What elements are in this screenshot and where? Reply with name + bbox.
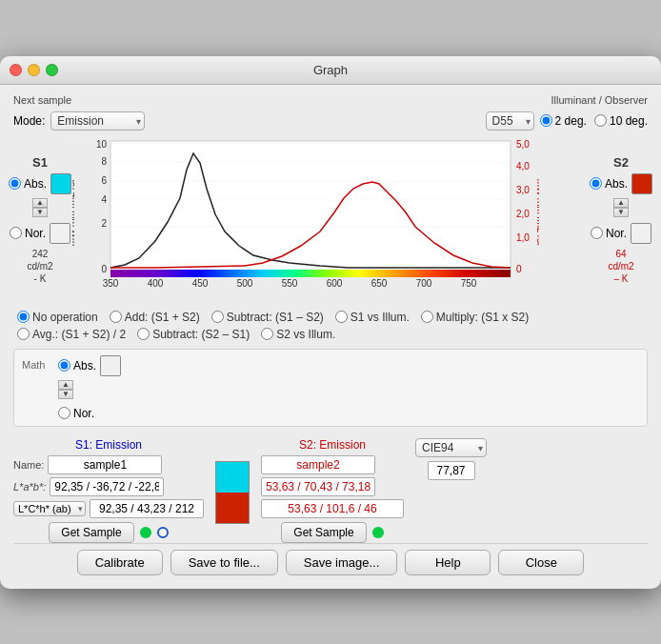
s1-abs-radio[interactable]: [9, 177, 21, 190]
s1-nor-radio[interactable]: [10, 227, 22, 239]
graph-section: S1 Abs. ▲ ▼ Nor: [13, 136, 648, 303]
op-subtract-s2s1[interactable]: Subtract: (S2 – S1): [137, 328, 250, 341]
save-image-button[interactable]: Save image...: [286, 550, 398, 575]
math-spinner: ▲ ▼: [58, 380, 73, 399]
op-sub-s1s2-radio[interactable]: [211, 311, 224, 323]
s1-spin-down[interactable]: ▼: [32, 208, 48, 217]
op-sub-s1s2-label: Subtract: (S1 – S2): [227, 311, 324, 324]
calibrate-button[interactable]: Calibrate: [77, 550, 163, 575]
s1-get-sample-button[interactable]: Get Sample: [49, 522, 133, 543]
s1-nor-radio-item[interactable]: Nor.: [10, 227, 46, 240]
svg-text:1,0: 1,0: [516, 232, 530, 243]
s2-color-swatch: [631, 173, 652, 194]
s2-spin-down[interactable]: ▼: [613, 208, 629, 217]
mode-select-wrapper: Emission Reflection Transmission: [50, 111, 145, 131]
svg-text:6: 6: [101, 175, 107, 186]
color-half-red: [216, 493, 249, 523]
op-avg[interactable]: Avg.: (S1 + S2) / 2: [17, 328, 126, 341]
s2-abs-radio-item[interactable]: Abs.: [590, 177, 628, 191]
svg-text:0: 0: [516, 264, 522, 274]
observer-10deg-radio[interactable]: [594, 114, 607, 127]
s1-color-swatch: [50, 173, 71, 194]
math-spin-up[interactable]: ▲: [58, 380, 73, 390]
s2-spin-up[interactable]: ▲: [613, 198, 629, 208]
svg-text:4: 4: [101, 194, 107, 205]
op-sub-s2s1-label: Subtract: (S2 – S1): [152, 328, 250, 341]
math-spin-down[interactable]: ▼: [58, 390, 73, 399]
illuminant-label: Illuminant / Observer: [551, 94, 648, 106]
s1-abs-radio-item[interactable]: Abs.: [9, 177, 47, 191]
svg-text:700: 700: [416, 278, 432, 289]
maximize-button[interactable]: [46, 64, 58, 76]
svg-text:650: 650: [371, 278, 388, 289]
s1-name-input[interactable]: [48, 455, 162, 474]
op-s2-illum-radio[interactable]: [261, 328, 273, 340]
math-abs-radio-item[interactable]: Abs.: [58, 359, 96, 372]
op-add-label: Add: (S1 + S2): [125, 311, 200, 324]
svg-text:8: 8: [101, 156, 107, 167]
observer-radio-group: 2 deg. 10 deg.: [540, 114, 648, 128]
observer-2deg-label: 2 deg.: [555, 114, 587, 128]
s1-lab-input[interactable]: [50, 477, 164, 496]
op-no-op-radio[interactable]: [17, 311, 30, 323]
s1-lch-input[interactable]: [90, 499, 204, 518]
op-add[interactable]: Add: (S1 + S2): [110, 311, 200, 324]
cie-value: 77,87: [428, 461, 475, 480]
op-subtract-s1s2[interactable]: Subtract: (S1 – S2): [211, 311, 324, 324]
svg-text:500: 500: [237, 278, 253, 289]
main-window: Graph Next sample Mode: Emission Reflect…: [0, 56, 661, 589]
op-avg-label: Avg.: (S1 + S2) / 2: [32, 328, 126, 341]
math-label: Math: [22, 359, 50, 371]
math-abs-radio[interactable]: [58, 359, 70, 372]
close-button[interactable]: Close: [498, 550, 584, 575]
illuminant-select[interactable]: D55 D50 D65: [486, 111, 534, 131]
math-nor-radio[interactable]: [58, 407, 70, 419]
cie-section: CIE94 CIE2000 77,87: [415, 438, 487, 480]
observer-10deg-item[interactable]: 10 deg.: [594, 114, 648, 128]
s1-spin-up[interactable]: ▲: [32, 198, 48, 208]
op-s1-illum-label: S1 vs Illum.: [351, 311, 410, 324]
graph-svg: 10 8 6 4 2 0 mW /nm /m2 /sr 5,0 4,0 3,0 …: [72, 136, 539, 303]
op-s2-illum-label: S2 vs Illum.: [276, 328, 335, 341]
svg-text:350: 350: [103, 278, 119, 289]
cie-select[interactable]: CIE94 CIE2000: [415, 438, 487, 457]
op-multiply[interactable]: Multiply: (S1 x S2): [421, 311, 529, 324]
s1-meas-header: S1: Emission: [13, 438, 204, 452]
op-sub-s2s1-radio[interactable]: [137, 328, 150, 340]
bottom-row: Calibrate Save to file... Save image... …: [13, 543, 648, 575]
s1-lch-select[interactable]: L*C*h* (ab): [13, 501, 86, 516]
op-s1-illum[interactable]: S1 vs Illum.: [335, 311, 410, 324]
op-avg-radio[interactable]: [17, 328, 30, 340]
mode-select[interactable]: Emission Reflection Transmission: [50, 111, 145, 131]
s2-lch-input[interactable]: [261, 499, 404, 518]
s2-get-sample-button[interactable]: Get Sample: [281, 522, 366, 543]
math-nor-radio-item[interactable]: Nor.: [58, 407, 94, 420]
s2-name-input[interactable]: [261, 455, 375, 474]
op-no-operation[interactable]: No operation: [17, 311, 98, 324]
svg-text:10: 10: [96, 139, 108, 150]
s2-abs-radio[interactable]: [590, 177, 602, 190]
s2-lab-input[interactable]: [261, 477, 375, 496]
s2-abs-label: Abs.: [605, 177, 628, 191]
op-s1-illum-radio[interactable]: [335, 311, 348, 323]
math-controls: Abs. ▲ ▼ Nor.: [58, 355, 121, 420]
close-button[interactable]: [10, 64, 22, 76]
s2-nor-radio-item[interactable]: Nor.: [591, 227, 627, 240]
s2-nor-radio[interactable]: [591, 227, 603, 239]
op-s2-illum[interactable]: S2 vs Illum.: [261, 328, 335, 341]
s1-label: S1: [32, 155, 48, 170]
s1-nor-label: Nor.: [25, 227, 46, 240]
s1-indicator-blue: [157, 527, 169, 538]
s1-nor-swatch: [50, 223, 70, 244]
observer-2deg-item[interactable]: 2 deg.: [540, 114, 587, 128]
op-add-radio[interactable]: [110, 311, 122, 323]
cie-select-wrapper: CIE94 CIE2000: [415, 438, 487, 457]
save-file-button[interactable]: Save to file...: [170, 550, 278, 575]
minimize-button[interactable]: [28, 64, 40, 76]
operations-row: No operation Add: (S1 + S2) Subtract: (S…: [13, 311, 648, 341]
observer-2deg-radio[interactable]: [540, 114, 552, 127]
help-button[interactable]: Help: [405, 550, 491, 575]
op-multiply-radio[interactable]: [421, 311, 433, 323]
svg-text:2,0: 2,0: [516, 209, 530, 219]
math-abs-swatch: [100, 355, 121, 376]
